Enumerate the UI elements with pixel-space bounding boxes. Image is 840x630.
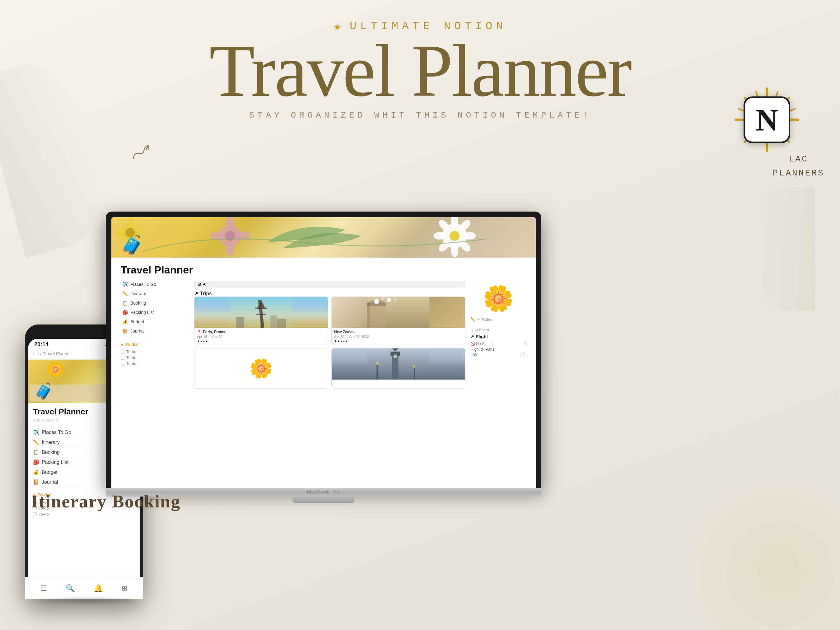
- svg-point-25: [450, 231, 459, 241]
- trip-card-paris[interactable]: 📍 Paris, France Apr 16 → Apr 22 ★★★★: [194, 297, 328, 345]
- booking-label: Booking: [42, 450, 60, 455]
- notion-sidebar-todo: ● To do: To-do To-do: [121, 342, 189, 367]
- bottom-menu-icon[interactable]: ☰: [41, 584, 47, 593]
- trip-dates-nz: Apr 20 → Apr 26, 2022: [334, 335, 463, 338]
- itinerary-icon: ✏️: [123, 291, 128, 296]
- svg-point-56: [376, 362, 379, 365]
- flight-to-paris[interactable]: Flight to: Paris: [471, 347, 526, 352]
- question-badge[interactable]: ?: [520, 352, 526, 358]
- luggage-icon-laptop: 🧳: [121, 234, 144, 256]
- flight-lax-row: LAX ?: [471, 352, 526, 358]
- subtitle-bottom: STAY ORGANIZED WHIT THIS NOTION TEMPLATE…: [0, 111, 840, 120]
- todo-cb-1[interactable]: [121, 350, 125, 354]
- booking-label: Booking: [130, 300, 146, 306]
- booking-icon: 📋: [33, 449, 39, 455]
- notion-page-title: Travel Planner: [121, 264, 526, 276]
- places-label: Places To Go: [42, 429, 71, 435]
- notion-badge: N: [744, 96, 790, 143]
- all-tab[interactable]: ⊞ All: [194, 281, 466, 287]
- sidebar-item-budget[interactable]: 💰 Budget: [121, 318, 189, 325]
- sidebar-todo-2[interactable]: To-do: [121, 355, 189, 360]
- packing-icon: 🎒: [123, 310, 128, 315]
- yellow-flower-card: 🌼: [249, 357, 273, 379]
- sidebar-todo-3[interactable]: To-do: [121, 361, 189, 366]
- trips-photos-grid: 📍 Paris, France Apr 16 → Apr 22 ★★★★: [194, 297, 466, 388]
- svg-point-54: [393, 354, 397, 358]
- phone-shadow: [31, 596, 143, 605]
- todo-t2: To-do: [126, 355, 137, 360]
- todo-text-3: To-do: [39, 512, 49, 516]
- bottom-bell-icon[interactable]: 🔔: [94, 584, 103, 593]
- todo-cb-3[interactable]: [121, 362, 125, 366]
- budget-label: Budget: [42, 469, 58, 475]
- svg-rect-57: [414, 367, 415, 379]
- trip-location-paris: 📍 Paris, France: [197, 330, 325, 334]
- notion-sidebar: ✈️ Places To Go ✏️ Itinerary 📋 Booking: [121, 281, 189, 467]
- big-yellow-flower-icon: 🌼: [483, 284, 514, 313]
- svg-point-21: [226, 242, 234, 256]
- all-label: All: [203, 282, 207, 287]
- trip-photo-paris: [194, 297, 328, 328]
- bottom-search-icon[interactable]: 🔍: [66, 584, 75, 593]
- notes-label: ✏ Notes:: [477, 317, 493, 322]
- notion-main-area: ✈️ Places To Go ✏️ Itinerary 📋 Booking: [121, 281, 526, 467]
- sidebar-item-places[interactable]: ✈️ Places To Go: [121, 281, 189, 288]
- todo-checkbox-3[interactable]: [33, 512, 37, 516]
- svg-rect-45: [368, 306, 386, 328]
- back-icon[interactable]: ‹: [33, 350, 35, 357]
- todo-title: ● To do:: [121, 342, 189, 347]
- flight-lax[interactable]: LAX: [471, 353, 478, 357]
- nz-rating-stars: ★★★★★: [334, 339, 348, 343]
- paris-location-text: Paris, France: [203, 330, 226, 334]
- todo-t1: To-do: [126, 349, 137, 354]
- itinerary-icon: ✏️: [33, 439, 39, 445]
- itinerary-booking-section: Itinerary Booking: [31, 491, 180, 512]
- trip-location-nz: New Zealan: [334, 330, 463, 334]
- svg-point-48: [387, 298, 392, 302]
- flight-title: ↗ Flight: [471, 334, 526, 339]
- todo-t3: To-do: [126, 361, 137, 366]
- breadcrumb-text: Travel Planner: [43, 351, 71, 356]
- sidebar-item-booking[interactable]: 📋 Booking: [121, 300, 189, 306]
- devices-container: 20:14 ▲▲▲ WiFi 🔋 ‹ 🗂 Travel Planner ••• …: [0, 212, 840, 630]
- svg-point-28: [433, 232, 446, 240]
- packing-label: Packing List: [42, 459, 68, 465]
- flight-arrow-icon: ↗: [471, 334, 474, 339]
- phone-todo-3[interactable]: To-do: [33, 512, 135, 516]
- svg-point-29: [463, 232, 476, 240]
- trip-card-flower: 🌼: [194, 348, 328, 388]
- notion-content-area: Travel Planner ✈️ Places To Go ✏️: [111, 257, 536, 488]
- svg-rect-40: [277, 319, 286, 328]
- svg-point-27: [451, 245, 458, 257]
- lac-planners: LACPLANNERS: [773, 152, 824, 180]
- svg-point-58: [413, 365, 416, 368]
- floral-banner: 🧳: [111, 217, 536, 257]
- budget-icon: 💰: [33, 469, 39, 475]
- macbook-screen-outer: 🧳 Travel Planner ✈️ Places To Go: [106, 212, 542, 488]
- journal-label: Journal: [130, 328, 145, 333]
- bottom-grid-icon[interactable]: ⊞: [122, 584, 128, 593]
- journal-icon: 📔: [123, 328, 128, 333]
- trip-rating-nz: ★★★★★: [334, 339, 463, 343]
- main-title: Travel Planner: [0, 37, 840, 104]
- itinerary-label: Itinerary: [42, 440, 60, 445]
- svg-point-46: [374, 299, 379, 304]
- floral-content: 🧳: [111, 217, 536, 257]
- trip-info-nz: New Zealan Apr 20 → Apr 26, 2022 ★★★★★: [332, 328, 465, 345]
- trip-card-newzealand[interactable]: New Zealan Apr 20 → Apr 26, 2022 ★★★★★: [332, 297, 466, 345]
- todo-cb-2[interactable]: [121, 356, 125, 360]
- sidebar-item-itinerary[interactable]: ✏️ Itinerary: [121, 290, 189, 297]
- svg-rect-55: [377, 364, 378, 379]
- trip-photo-newzealand: [332, 297, 465, 328]
- trip-photo-london: [332, 349, 465, 379]
- todo-dot: ●: [121, 342, 123, 347]
- sidebar-item-journal[interactable]: 📔 Journal: [121, 328, 189, 335]
- todo-title-text: To do:: [125, 342, 138, 347]
- svg-rect-39: [237, 317, 244, 328]
- board-text: ⊟ Board: [475, 328, 489, 332]
- notes-pencil-icon: ✏️: [471, 317, 475, 322]
- trips-nav: ⊞ All: [194, 281, 466, 287]
- trip-card-london[interactable]: [332, 348, 466, 388]
- sidebar-todo-1[interactable]: To-do: [121, 349, 189, 354]
- sidebar-item-packing[interactable]: 🎒 Packing List: [121, 309, 189, 316]
